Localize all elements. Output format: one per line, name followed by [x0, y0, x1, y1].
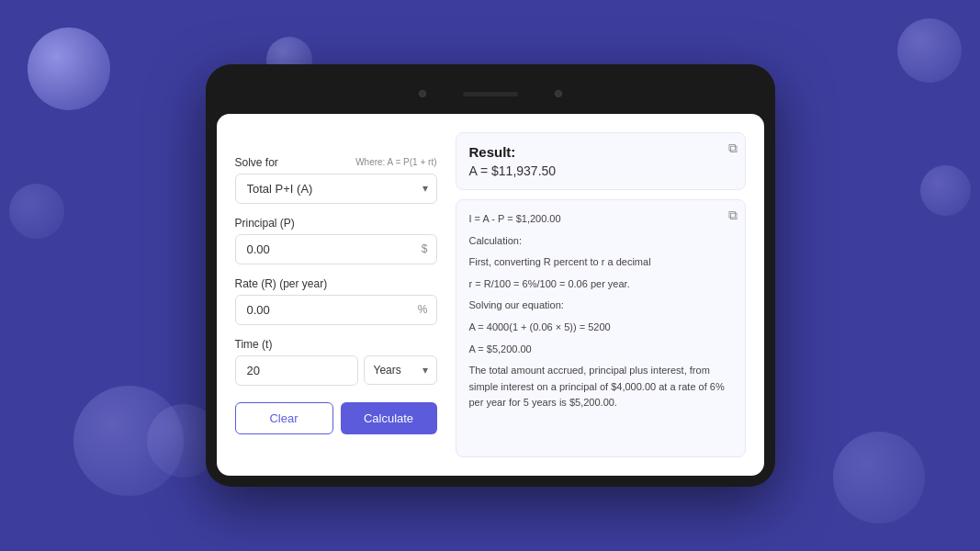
rate-input-wrapper: % — [235, 295, 437, 325]
tablet-top-bar — [217, 81, 764, 107]
result-title: Result: — [469, 144, 732, 160]
solve-for-label: Solve for — [235, 156, 278, 169]
detail-line10: The total amount accrued, principal plus… — [469, 363, 732, 411]
detail-line3: First, converting R percent to r a decim… — [469, 254, 732, 271]
tablet-frame: Solve for Where: A = P(1 + rt) Total P+I… — [206, 64, 775, 487]
result-main-box: Result: A = $11,937.50 ⧉ — [456, 132, 746, 190]
principal-field: Principal (P) $ — [235, 217, 437, 264]
time-input[interactable] — [235, 355, 358, 386]
solve-for-field: Solve for Where: A = P(1 + rt) Total P+I… — [235, 156, 437, 204]
clear-button[interactable]: Clear — [235, 402, 333, 434]
tablet-camera-right — [555, 90, 562, 97]
copy-detail-button[interactable]: ⧉ — [728, 208, 738, 223]
button-row: Clear Calculate — [235, 402, 437, 434]
calculator-panel: Solve for Where: A = P(1 + rt) Total P+I… — [235, 156, 437, 434]
tablet-speaker — [463, 92, 518, 96]
detail-line2: Calculation: — [469, 233, 732, 250]
rate-label: Rate (R) (per year) — [235, 277, 437, 290]
solve-for-select[interactable]: Total P+I (A) Principal (P) Rate (R) Tim… — [235, 174, 437, 204]
result-detail-box: ⧉ I = A - P = $1,200.00 Calculation: Fir… — [456, 199, 746, 457]
solve-for-select-wrapper[interactable]: Total P+I (A) Principal (P) Rate (R) Tim… — [235, 174, 437, 204]
principal-label: Principal (P) — [235, 217, 437, 230]
principal-input[interactable] — [235, 234, 437, 264]
rate-field: Rate (R) (per year) % — [235, 277, 437, 325]
principal-input-wrapper: $ — [235, 234, 437, 264]
detail-line1: I = A - P = $1,200.00 — [469, 211, 732, 228]
result-detail-text: I = A - P = $1,200.00 Calculation: First… — [469, 211, 732, 411]
detail-line6: Solving our equation: — [469, 298, 732, 314]
rate-unit: % — [418, 303, 428, 316]
solve-for-formula: Where: A = P(1 + rt) — [355, 157, 436, 167]
detail-line7: A = 4000(1 + (0.06 × 5)) = 5200 — [469, 320, 732, 336]
principal-unit: $ — [422, 242, 428, 255]
detail-line4: r = R/100 = 6%/100 = 0.06 per year. — [469, 276, 732, 293]
detail-line8: A = $5,200.00 — [469, 342, 732, 358]
time-label: Time (t) — [235, 338, 437, 351]
tablet-screen: Solve for Where: A = P(1 + rt) Total P+I… — [217, 114, 764, 476]
time-field: Time (t) Years Months Days ▾ — [235, 338, 437, 386]
time-unit-select[interactable]: Years Months Days — [364, 355, 437, 385]
time-input-wrapper — [235, 355, 358, 386]
time-row: Years Months Days ▾ — [235, 355, 437, 386]
calculate-button[interactable]: Calculate — [341, 402, 437, 434]
result-panel: Result: A = $11,937.50 ⧉ ⧉ I = A - P = $… — [456, 132, 746, 457]
tablet-camera — [419, 90, 426, 97]
rate-input[interactable] — [235, 295, 437, 325]
result-value: A = $11,937.50 — [469, 163, 732, 178]
copy-result-button[interactable]: ⧉ — [728, 141, 738, 156]
time-unit-select-wrapper[interactable]: Years Months Days ▾ — [364, 355, 437, 386]
solve-for-header: Solve for Where: A = P(1 + rt) — [235, 156, 437, 169]
